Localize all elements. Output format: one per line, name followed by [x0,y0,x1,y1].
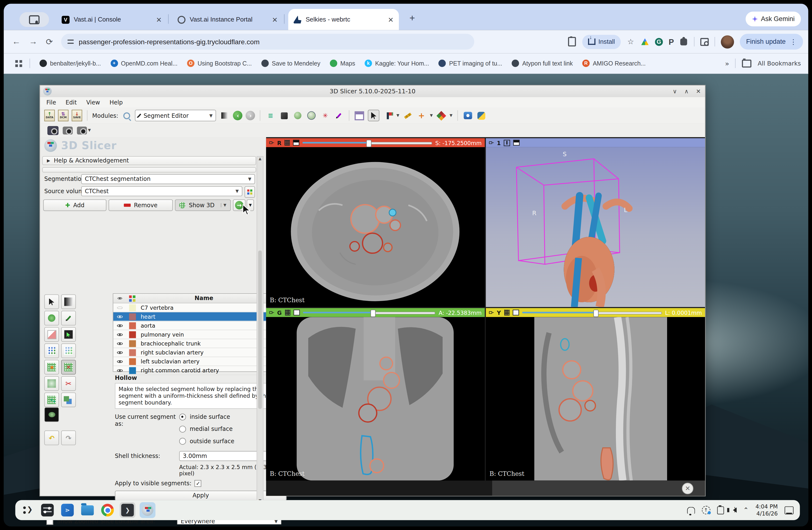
visibility-eye-icon[interactable] [117,305,122,310]
save-button[interactable]: ↓SAVE [72,110,82,121]
back-button[interactable]: ← [12,37,20,46]
settings-icon[interactable] [40,502,55,518]
reload-button[interactable]: ⟳ [46,37,53,47]
menu-help[interactable]: Help [110,99,123,106]
clock[interactable]: 4:04 PM 4/16/26 [755,503,778,517]
grammarly-extension-icon[interactable]: G [655,38,663,46]
visibility-eye-icon[interactable] [117,313,122,319]
error-log-close-button[interactable]: ✕ [682,483,693,494]
module-selector-combobox[interactable]: Segment Editor ▼ [135,110,216,121]
volume-icon[interactable] [733,507,736,513]
tab-close-icon[interactable]: ✕ [156,15,162,24]
visibility-eye-icon[interactable] [117,332,122,337]
help-acknowledgement-section[interactable]: ▶Help & Acknowledgement [42,156,256,165]
close-button[interactable]: ✕ [696,88,701,95]
undo-button[interactable]: ↶ [44,430,59,445]
screenshot-icon[interactable] [47,126,58,135]
scene-view-menu-icon[interactable] [77,126,87,135]
extensions-puzzle-icon[interactable] [681,38,687,45]
bookmarks-overflow-button[interactable]: » [725,59,729,67]
notifications-bell-icon[interactable] [687,507,695,514]
view-menu-icon[interactable] [513,140,520,145]
tab-close-icon[interactable]: ✕ [272,15,278,24]
tab-close-icon[interactable]: ✕ [388,15,394,24]
module-history-icon[interactable] [219,110,230,121]
dev-terminal-icon[interactable]: ⋗ [60,502,75,518]
red-slice-view[interactable]: B: CTChest [266,147,485,307]
module-forward-button[interactable]: › [246,111,255,120]
view-menu-icon[interactable] [512,310,519,316]
yellow-slice-slider[interactable] [522,310,662,315]
module-back-button[interactable]: ‹ [233,111,243,120]
menu-view[interactable]: View [86,99,100,106]
new-tab-button[interactable]: + [409,13,415,24]
effect-none-pointer-button[interactable] [44,294,59,309]
add-segment-button[interactable]: ✚Add [43,199,106,211]
visibility-eye-icon[interactable] [117,349,122,355]
mask-volume-effect-button[interactable] [44,407,59,422]
segment-color-swatch[interactable] [129,331,135,338]
add-data-button[interactable]: ↑DATA [44,110,55,121]
menu-file[interactable]: File [46,99,56,106]
browser-tab[interactable]: Selkies - webrtc ✕ [288,9,399,30]
shell-thickness-spinbox[interactable]: 3.00mm ▲▼ [179,451,279,461]
chrome-icon[interactable] [100,502,115,518]
place-fiducial-icon[interactable] [383,110,393,121]
slice-visibility-icon[interactable] [285,140,290,145]
markups-module-icon[interactable]: ✳ [320,110,331,121]
radio-outside-surface[interactable]: outside surface [179,438,234,445]
all-bookmarks-label[interactable]: All Bookmarks [758,60,801,67]
bookmark-star-icon[interactable]: ☆ [626,38,635,46]
measurements-icon[interactable] [402,110,413,121]
remove-segment-button[interactable]: Remove [108,199,173,211]
effect-level-tracing-button[interactable] [61,327,76,342]
bookmark-item[interactable]: RAMIGO Research... [582,60,646,67]
radio-medial-surface[interactable]: medial surface [179,426,234,433]
effect-erase-button[interactable] [44,327,59,342]
menu-edit[interactable]: Edit [66,99,76,106]
effect-grow-from-seeds-button[interactable] [44,343,59,358]
bookmark-item[interactable]: benbalter/jekyll-b... [40,60,101,67]
clipboard-tray-icon[interactable] [717,506,724,514]
effect-margin-button[interactable] [44,360,59,375]
browser-menu-icon[interactable]: ⋮ [790,38,797,46]
slice-visibility-icon[interactable] [285,310,290,316]
ask-gemini-button[interactable]: Ask Gemini [745,12,801,26]
effect-smoothing-button[interactable] [44,376,59,391]
green-slice-view[interactable]: B: CTChest [266,317,485,480]
clipboard-icon[interactable] [568,37,576,46]
browser-tab[interactable]: Vast.ai Instance Portal ✕ [172,11,283,29]
effect-paint-button[interactable] [44,311,59,325]
profile-avatar[interactable] [721,35,734,48]
app-launcher-icon[interactable] [19,502,35,518]
p-extension-icon[interactable]: P [669,37,674,46]
effect-logical-operators-button[interactable] [61,392,76,407]
sidebar-toggle-button[interactable] [19,12,49,27]
module-search-icon[interactable] [121,110,132,121]
effect-draw-button[interactable] [61,311,76,325]
source-volume-combobox[interactable]: CTChest▼ [81,186,243,196]
maximize-button[interactable]: ∧ [684,88,688,95]
effect-threshold-button[interactable] [61,294,76,309]
crosshair-icon[interactable]: + [416,110,427,121]
segmentation-combobox[interactable]: CTChest segmentation▼ [81,174,255,184]
visibility-eye-icon[interactable] [117,358,122,364]
extensions-manager-icon[interactable] [436,110,447,121]
visibility-eye-icon[interactable] [117,323,122,329]
show-3d-button[interactable]: Show 3D ▼ [175,199,231,211]
bookmark-item[interactable]: OUsing Bootstrap C... [187,60,252,67]
segment-color-swatch[interactable] [129,358,135,365]
tab-search-icon[interactable] [700,38,709,46]
scene-view-camera-icon[interactable] [63,126,73,135]
name-column-header[interactable]: Name [139,295,269,302]
segment-color-swatch[interactable] [129,304,135,311]
bookmark-item[interactable]: Atypon full text link [512,60,573,67]
bookmark-item[interactable]: +OpenMD.com Heal... [111,60,177,67]
screen-capture-icon[interactable] [463,110,473,121]
drive-extension-icon[interactable] [641,38,649,45]
terminal-icon[interactable]: ❯ [119,502,135,518]
browser-tab[interactable]: V Vast.ai | Console ✕ [56,11,167,29]
bookmark-item[interactable]: Maps [330,60,355,67]
forward-button[interactable]: → [29,37,38,46]
address-bar[interactable]: passenger-profession-representations-gig… [61,34,474,50]
